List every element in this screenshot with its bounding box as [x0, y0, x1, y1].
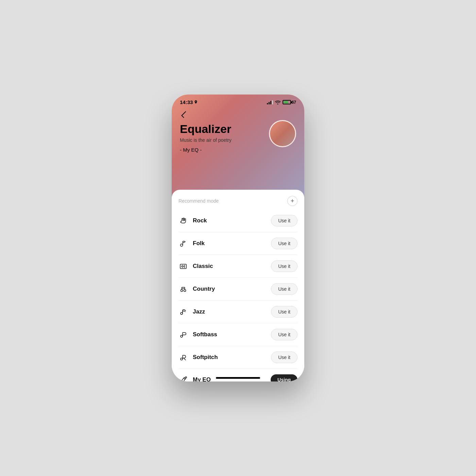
folk-use-button[interactable]: Use it [271, 238, 298, 249]
softpitch-label: Softpitch [193, 354, 218, 361]
battery-level: 67 [292, 100, 296, 105]
eq-item-softpitch: Softpitch Use it [178, 346, 298, 369]
eq-list: Rock Use it Folk [172, 209, 304, 381]
eq-item-classic: Classic Use it [178, 255, 298, 278]
country-icon [178, 284, 188, 294]
svg-line-20 [184, 358, 186, 360]
battery-icon: 67 [283, 100, 296, 105]
jazz-icon [178, 307, 188, 317]
classic-label: Classic [193, 263, 213, 270]
country-use-button[interactable]: Use it [271, 283, 298, 295]
jazz-label: Jazz [193, 308, 205, 315]
svg-point-22 [185, 377, 187, 378]
recommend-label: Recommend mode [178, 198, 219, 204]
phone-frame: 14:33 67 [172, 95, 304, 381]
header-content: Equalizer Music is the air of poetry - M… [172, 120, 304, 159]
eq-item-jazz: Jazz Use it [178, 301, 298, 323]
avatar [269, 120, 296, 147]
status-bar: 14:33 67 [172, 95, 304, 108]
back-chevron-icon [181, 111, 188, 118]
eq-item-myeq: My EQ Using [178, 369, 298, 381]
eq-item-rock: Rock Use it [178, 209, 298, 232]
softbass-icon [178, 330, 188, 339]
softpitch-use-button[interactable]: Use it [271, 352, 298, 363]
jazz-use-button[interactable]: Use it [271, 306, 298, 318]
rock-use-button[interactable]: Use it [271, 215, 298, 226]
classic-icon [178, 261, 188, 271]
back-button[interactable] [178, 109, 189, 120]
softbass-label: Softbass [193, 331, 217, 338]
rock-icon [178, 216, 188, 225]
folk-label: Folk [193, 240, 205, 247]
status-icons: 67 [267, 100, 296, 105]
eq-item-country: Country Use it [178, 278, 298, 301]
country-label: Country [193, 286, 215, 292]
wifi-icon [275, 100, 280, 104]
eq-item-softbass: Softbass Use it [178, 323, 298, 346]
svg-point-18 [181, 358, 183, 360]
recommend-header: Recommend mode + [172, 190, 304, 209]
myeq-icon [178, 375, 188, 381]
signal-icon [267, 100, 273, 104]
svg-point-8 [181, 290, 183, 292]
svg-line-2 [183, 242, 185, 243]
svg-point-0 [181, 244, 183, 247]
my-eq-label: - My EQ - [180, 147, 296, 153]
location-icon [194, 100, 198, 104]
time-display: 14:33 [180, 99, 193, 105]
classic-use-button[interactable]: Use it [271, 260, 298, 272]
content-card: Recommend mode + Rock Use it [172, 190, 304, 381]
folk-icon [178, 239, 188, 248]
svg-rect-3 [180, 264, 186, 269]
home-indicator [216, 377, 260, 379]
myeq-label: My EQ [193, 376, 211, 381]
svg-point-9 [184, 290, 186, 292]
rock-label: Rock [193, 217, 207, 224]
svg-point-16 [181, 335, 183, 337]
add-mode-button[interactable]: + [287, 196, 298, 206]
myeq-using-button[interactable]: Using [271, 374, 298, 381]
svg-line-21 [184, 378, 185, 379]
svg-point-14 [181, 312, 183, 314]
softbass-use-button[interactable]: Use it [271, 329, 298, 340]
nav-bar [172, 108, 304, 120]
softpitch-icon [178, 353, 188, 362]
add-icon: + [291, 198, 294, 204]
status-time: 14:33 [180, 99, 198, 105]
eq-item-folk: Folk Use it [178, 232, 298, 255]
